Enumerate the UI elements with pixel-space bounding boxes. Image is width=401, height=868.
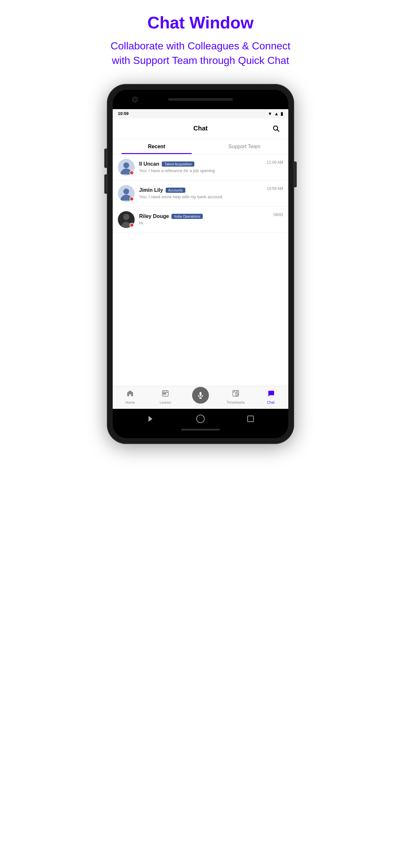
svg-point-2 bbox=[123, 162, 129, 168]
status-time: 10:59 bbox=[118, 111, 128, 116]
app-screen: Chat Recent Support Team bbox=[113, 118, 288, 409]
status-icons: ▼ ▲ ▮ bbox=[268, 111, 283, 116]
avatar-wrap bbox=[118, 159, 135, 176]
phone-bottom-bar bbox=[113, 409, 288, 438]
nav-label-chat: Chat bbox=[267, 400, 274, 404]
svg-rect-10 bbox=[165, 393, 166, 394]
page-subtitle: Collaborate with Colleagues & Connect wi… bbox=[100, 39, 301, 68]
svg-point-3 bbox=[123, 189, 129, 194]
calendar-icon bbox=[161, 390, 169, 399]
phone-indicator bbox=[181, 429, 220, 430]
camera-dot bbox=[132, 97, 138, 102]
phone-shell: 10:59 ▼ ▲ ▮ Chat bbox=[107, 84, 294, 444]
chat-tag: Talent Acquisition bbox=[162, 161, 194, 166]
home-icon bbox=[126, 390, 134, 399]
android-nav-buttons bbox=[113, 414, 288, 424]
online-indicator bbox=[129, 223, 134, 227]
app-header-title: Chat bbox=[131, 125, 270, 132]
chat-item[interactable]: Riley Douge India Operations Hi 08/03 bbox=[113, 207, 288, 233]
page-title: Chat Window bbox=[148, 13, 254, 32]
chat-name: Jimin Lily bbox=[139, 187, 163, 193]
phone-top-bar bbox=[113, 90, 288, 109]
chat-info: Il Uncan Talent Acquisition You: I have … bbox=[139, 161, 262, 173]
status-bar: 10:59 ▼ ▲ ▮ bbox=[113, 109, 288, 118]
nav-label-timesheets: Timesheets bbox=[227, 400, 245, 404]
avatar-wrap bbox=[118, 185, 135, 202]
phone-inner: 10:59 ▼ ▲ ▮ Chat bbox=[113, 90, 288, 438]
online-indicator bbox=[129, 197, 134, 201]
online-indicator bbox=[129, 170, 134, 175]
chat-preview: You: I have a referance for a job openin… bbox=[139, 168, 262, 173]
mic-button[interactable] bbox=[192, 387, 209, 404]
chat-item[interactable]: Jimin Lily Accounts You: I need some hel… bbox=[113, 181, 288, 207]
app-header: Chat bbox=[113, 118, 288, 139]
svg-rect-11 bbox=[199, 392, 202, 396]
speaker-bar bbox=[168, 98, 233, 101]
nav-label-home: Home bbox=[126, 400, 135, 404]
nav-label-leaves: Leaves bbox=[159, 400, 171, 404]
chat-time: 10:59 AM bbox=[267, 186, 283, 191]
recents-button[interactable] bbox=[246, 414, 255, 424]
chat-name: Il Uncan bbox=[139, 161, 159, 167]
svg-rect-9 bbox=[163, 393, 164, 394]
chat-preview: Hi bbox=[139, 221, 269, 225]
nav-item-home[interactable]: Home bbox=[120, 390, 140, 404]
chat-name-row: Jimin Lily Accounts bbox=[139, 187, 262, 193]
tab-recent[interactable]: Recent bbox=[113, 139, 201, 154]
search-button[interactable] bbox=[270, 123, 282, 134]
chat-tag: Accounts bbox=[166, 188, 185, 193]
chat-icon bbox=[267, 390, 275, 399]
chat-tag: India Operations bbox=[172, 214, 203, 219]
svg-line-1 bbox=[277, 129, 279, 131]
battery-icon: ▮ bbox=[281, 111, 283, 116]
chat-info: Riley Douge India Operations Hi bbox=[139, 213, 269, 225]
chat-item[interactable]: Il Uncan Talent Acquisition You: I have … bbox=[113, 154, 288, 181]
nav-item-timesheets[interactable]: Timesheets bbox=[226, 390, 245, 404]
chat-info: Jimin Lily Accounts You: I need some hel… bbox=[139, 187, 262, 199]
bottom-nav: Home Leaves bbox=[113, 386, 288, 409]
nav-item-chat[interactable]: Chat bbox=[261, 390, 281, 404]
nav-item-leaves[interactable]: Leaves bbox=[156, 390, 175, 404]
chat-name-row: Il Uncan Talent Acquisition bbox=[139, 161, 262, 167]
tab-support-team[interactable]: Support Team bbox=[201, 139, 288, 154]
svg-point-4 bbox=[123, 214, 129, 220]
wifi-icon: ▼ bbox=[268, 111, 272, 116]
nav-item-mic[interactable] bbox=[191, 390, 210, 404]
chat-name: Riley Douge bbox=[139, 213, 169, 219]
tab-bar: Recent Support Team bbox=[113, 139, 288, 154]
chat-time: 11:00 AM bbox=[267, 160, 283, 165]
chat-list: Il Uncan Talent Acquisition You: I have … bbox=[113, 154, 288, 386]
signal-icon: ▲ bbox=[274, 111, 279, 116]
home-button[interactable] bbox=[196, 414, 205, 424]
back-button[interactable] bbox=[146, 414, 155, 424]
avatar-wrap bbox=[118, 211, 135, 228]
chat-name-row: Riley Douge India Operations bbox=[139, 213, 269, 219]
chat-time: 08/03 bbox=[274, 213, 283, 217]
chat-preview: You: I need some help with my bank accou… bbox=[139, 194, 262, 199]
timesheet-icon bbox=[232, 390, 240, 399]
